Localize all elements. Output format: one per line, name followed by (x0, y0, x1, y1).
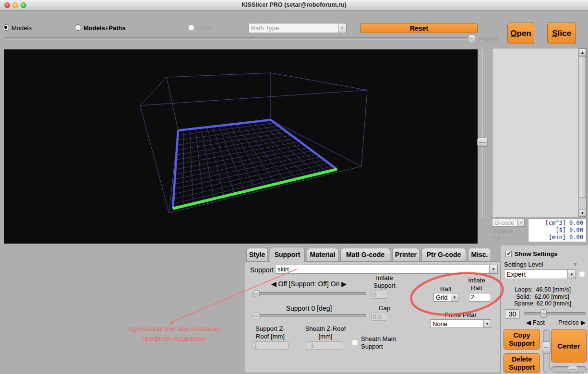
chevron-down-icon: ▼ (489, 265, 497, 273)
sheath-zroof-input: -1 (307, 341, 343, 350)
slice-button[interactable]: Slice (547, 23, 576, 44)
tab-support[interactable]: Support (270, 247, 305, 262)
support-onoff-slider[interactable] (252, 292, 366, 295)
radio-models[interactable] (3, 24, 9, 31)
support-deg-label: Support 0 [deg] (250, 304, 368, 312)
title-bar[interactable]: KISSlicer PRO (setar@roboforum.ru) (0, 0, 588, 11)
path-type-value: Path Type (249, 24, 338, 32)
chevron-down-icon: ▼ (567, 270, 576, 279)
support-deg-slider (252, 314, 366, 317)
viewport-3d[interactable] (4, 49, 478, 244)
show-settings-checkbox[interactable] (505, 251, 512, 257)
build-volume-wireframe (4, 49, 478, 244)
annotation-text: Здесьпонятное вам название профиля подде… (114, 324, 234, 343)
prime-pillar-label: Prime Pillar (430, 311, 491, 318)
sheath-zroof-label: Sheath Z-Roof [mm] (304, 325, 347, 340)
annotation-text-line1: Здесьпонятное вам название (114, 324, 234, 334)
quality-slider-handle[interactable] (540, 309, 547, 318)
kisslicer-window: KISSlicer PRO (setar@roboforum.ru) Model… (0, 0, 588, 374)
scroll-down-icon[interactable]: ▼ (579, 209, 586, 217)
support-deg-slider-handle (253, 312, 260, 319)
support-onoff-slider-handle[interactable] (253, 290, 260, 297)
reset-button[interactable]: Reset (360, 23, 478, 33)
raft-value: Grid (434, 294, 451, 301)
chevron-down-icon: ▼ (451, 293, 458, 301)
scroll-up-icon[interactable]: ▲ (579, 48, 586, 56)
model-scale-vslider-handle[interactable] (542, 341, 551, 354)
chevron-down-icon: ▼ (517, 219, 524, 226)
listbox-scrollbar[interactable]: ▲ ▼ (578, 48, 586, 217)
support-profile-value: skirt (276, 266, 489, 273)
tab-style[interactable]: Style (246, 248, 268, 261)
path-percent-label: Path% (479, 35, 498, 43)
fast-label: ◀ Fast (526, 319, 545, 326)
window-title: KISSlicer PRO (setar@roboforum.ru) (0, 1, 588, 8)
tab-misc[interactable]: Misc. (468, 248, 491, 261)
settings-listbox[interactable]: ▲ ▼ (492, 48, 587, 217)
radio-paths-label: Paths (197, 24, 213, 32)
stat-cost: [$] 0.00 (555, 227, 583, 234)
radio-paths (188, 24, 194, 31)
disclosure-triangle-icon[interactable]: ▼ (573, 261, 578, 267)
print-stats: [cm^3] 0.00 [$] 0.00 [min] 0.00 (528, 218, 587, 242)
gcode-select: G-code ▼ (492, 219, 525, 227)
tab-printer[interactable]: Printer (392, 248, 420, 261)
settings-level-lock-checkbox[interactable] (579, 271, 585, 277)
annotation-arrowhead-icon (169, 320, 174, 324)
settings-level-select[interactable]: Expert ▼ (504, 269, 576, 279)
inflate-raft-input[interactable]: 2 (469, 293, 491, 302)
support-onoff-label: ◀ Off [Support: Off] On ▶ (250, 280, 368, 288)
sheath-main-label: Sheath Main Support (361, 335, 405, 351)
inflate-raft-label: Inflate Raft (462, 277, 491, 292)
path-percent-slider[interactable] (4, 37, 474, 40)
support-profile-select[interactable]: skirt ▼ (275, 265, 498, 274)
support-zroof-input: 1 (252, 341, 288, 350)
settings-level-label: Settings Level (504, 261, 543, 268)
gap-input: 0.5 (371, 313, 387, 321)
radio-models-paths-label: Models+Paths (84, 24, 126, 32)
prime-pillar-value: None (431, 320, 483, 327)
speed-readout: Loops: 46.50 [mm/s] Solid: 62.00 [mm/s] … (501, 286, 585, 307)
path-percent-slider-handle[interactable] (468, 35, 475, 43)
inflate-support-label: Inflate Support (365, 274, 404, 290)
precise-label: Precise ▶ (558, 319, 586, 326)
path-type-select: Path Type ▼ (249, 23, 347, 33)
tab-ptr-gcode[interactable]: Ptr G-code (421, 248, 466, 261)
gcode-select-value: G-code (492, 220, 517, 226)
stat-time: [min] 0.00 (549, 234, 583, 241)
z-slider-handle[interactable] (477, 138, 488, 147)
support-profile-label: Support (250, 266, 274, 274)
speed-solid: Solid: 62.00 [mm/s] (516, 293, 569, 300)
sheath-main-checkbox (352, 339, 358, 345)
raft-select[interactable]: Grid ▼ (433, 293, 458, 302)
z-slider-track[interactable] (480, 49, 485, 218)
raft-label: Raft (432, 285, 459, 292)
speed-sparse: Sparse: 62.00 [mm/s] (514, 300, 571, 307)
settings-level-value: Expert (504, 270, 567, 278)
z-value-label: Z value (492, 227, 513, 234)
z-value: 0.0 (492, 235, 501, 242)
scrollbar-thumb[interactable] (579, 56, 586, 198)
support-tab-panel: Support skirt ▼ ◀ Off [Support: Off] On … (245, 261, 501, 373)
support-zroof-label: Support Z-Roof [mm] (249, 325, 291, 340)
quality-value-box: 30 (505, 309, 520, 319)
chevron-down-icon: ▼ (338, 23, 346, 33)
speed-loops: Loops: 46.50 [mm/s] (515, 286, 571, 293)
tab-material[interactable]: Material (307, 248, 338, 261)
inflate-support-input: 0 (371, 291, 387, 299)
prime-pillar-select[interactable]: None ▼ (430, 319, 491, 328)
annotation-text-line2: профиля поддержки (114, 334, 234, 343)
chevron-down-icon: ▼ (483, 320, 491, 327)
delete-support-button[interactable]: Delete Support (504, 353, 540, 373)
quality-slider[interactable] (524, 312, 586, 315)
radio-models-label: Models (12, 24, 32, 32)
tab-matl-gcode[interactable]: Matl G-code (340, 248, 390, 261)
gap-label: Gap (365, 304, 404, 312)
radio-models-paths[interactable] (75, 24, 81, 31)
stat-volume: [cm^3] 0.00 (545, 220, 583, 226)
rotate-hslider-handle[interactable] (567, 366, 578, 373)
open-button[interactable]: Open (507, 23, 534, 44)
copy-support-button[interactable]: Copy Support (504, 329, 540, 350)
center-button[interactable]: Center (551, 329, 587, 362)
show-settings-label: Show Settings (515, 250, 558, 257)
